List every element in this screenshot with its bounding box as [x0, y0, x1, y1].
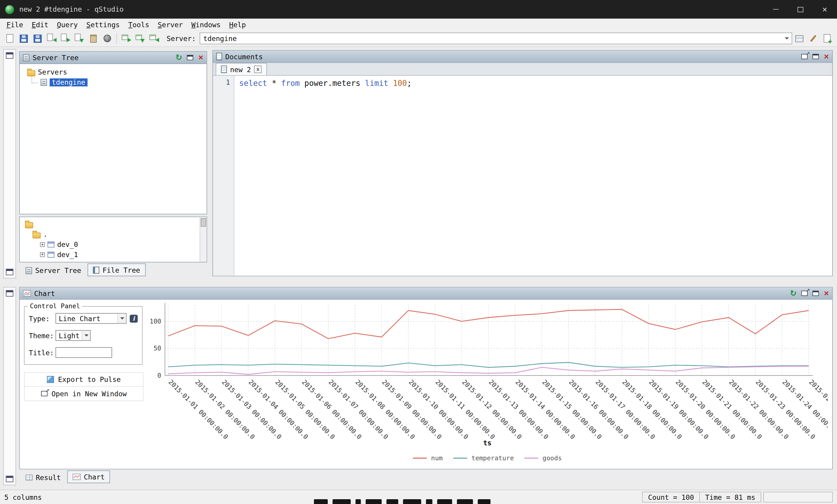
close-panel-icon[interactable]: ×: [824, 289, 829, 298]
chart-panel: Chart ↻ × Control Panel: [19, 287, 833, 469]
right-column: Documents × new 2 x: [212, 50, 833, 280]
previous-document-button[interactable]: [45, 32, 58, 45]
new-file-button[interactable]: [3, 32, 17, 45]
code-area[interactable]: select * from power.meters limit 100;: [234, 76, 832, 276]
left-column: Server Tree ↻ × Servers: [19, 51, 207, 280]
legend-label-temperature[interactable]: temperature: [471, 454, 514, 462]
maximize-button[interactable]: [788, 0, 813, 19]
chart-area: 0501002015-01-01 00:00:00.02015-01-02 00…: [145, 300, 832, 469]
edit-server-button[interactable]: [806, 32, 820, 45]
y-axis-label: 100: [150, 318, 161, 325]
menu-server[interactable]: Server: [154, 20, 187, 29]
tab-chart[interactable]: Chart: [67, 470, 110, 483]
run-line-button[interactable]: [133, 32, 147, 45]
table-arrow-down-icon: [135, 34, 145, 43]
chevron-down-icon: [84, 334, 88, 338]
refresh-query-button[interactable]: [147, 32, 161, 45]
close-button[interactable]: ×: [813, 0, 837, 19]
open-in-new-window-button[interactable]: Open in New Window: [24, 387, 143, 401]
tab-server-tree[interactable]: Server Tree: [20, 265, 87, 276]
open-document-button[interactable]: [72, 32, 86, 45]
save-as-button[interactable]: [31, 32, 44, 45]
export-to-pulse-button[interactable]: Export to Pulse: [24, 372, 143, 387]
open-in-new-window-icon[interactable]: [801, 291, 808, 296]
dot-folder-label: .: [43, 230, 47, 239]
tree-row-servers[interactable]: Servers: [22, 67, 204, 77]
menu-query[interactable]: Query: [53, 20, 82, 29]
chart-header: Chart ↻ ×: [20, 287, 832, 300]
menu-windows[interactable]: Windows: [187, 20, 225, 29]
new-file-icon: [6, 34, 13, 43]
show-console-button[interactable]: [793, 32, 806, 45]
save-button[interactable]: [17, 32, 31, 45]
info-icon[interactable]: i: [130, 314, 138, 322]
menu-settings[interactable]: Settings: [82, 20, 124, 29]
open-in-new-window-icon[interactable]: [801, 54, 808, 59]
file-tree-items: +dev_0+dev_1: [23, 239, 198, 260]
documents-header: Documents ×: [213, 51, 832, 63]
tdengine-server-label[interactable]: tdengine: [50, 78, 88, 87]
menu-tools[interactable]: Tools: [124, 20, 154, 29]
chart-title-input[interactable]: [55, 347, 112, 358]
vertical-scrollbar[interactable]: [199, 217, 207, 262]
chart-theme-select[interactable]: Light: [55, 330, 91, 341]
title-bar: new 2 #tdengine - qStudio ×: [0, 0, 837, 19]
qstudio-window: new 2 #tdengine - qStudio × FileEditQuer…: [0, 0, 837, 504]
sql-token: ;: [407, 79, 412, 88]
server-tree-tab-icon: [26, 267, 32, 274]
table-arrow-left-icon: [149, 34, 159, 43]
maximize-panel-icon[interactable]: [813, 291, 819, 296]
server-select-arrow[interactable]: [782, 33, 791, 44]
minimize-button[interactable]: [763, 0, 788, 19]
control-panel-title: Control Panel: [28, 302, 83, 310]
tree-row-tdengine[interactable]: tdengine: [22, 77, 204, 87]
chart-type-select[interactable]: Line Chart: [55, 313, 126, 324]
legend-label-goods[interactable]: goods: [542, 454, 562, 462]
menu-file[interactable]: File: [2, 20, 27, 29]
maximize-icon: [797, 6, 803, 12]
table-icon: [48, 242, 55, 247]
sql-token: *: [267, 79, 281, 88]
chart-panel-icon: [23, 290, 31, 296]
tab-result[interactable]: Result: [20, 471, 66, 483]
dock-handle-icon[interactable]: [6, 269, 14, 275]
file-tree-tab-icon: [93, 266, 99, 273]
export-to-pulse-label: Export to Pulse: [58, 376, 121, 384]
stop-query-button[interactable]: [100, 32, 114, 45]
tree-row-root-folder[interactable]: [23, 219, 198, 229]
sql-token: select: [239, 79, 267, 88]
horizontal-splitter[interactable]: [0, 280, 837, 285]
tab-file-tree[interactable]: File Tree: [88, 263, 145, 276]
dock-handle-icon[interactable]: [6, 52, 14, 59]
server-icon: [40, 79, 47, 86]
next-document-button[interactable]: [59, 32, 72, 45]
run-query-button[interactable]: [120, 32, 133, 45]
refresh-icon[interactable]: ↻: [790, 290, 797, 298]
add-document-icon: [823, 34, 831, 43]
refresh-icon[interactable]: ↻: [176, 54, 182, 62]
tab-new-2[interactable]: new 2 x: [216, 63, 267, 75]
save-icon: [20, 34, 28, 42]
maximize-panel-icon[interactable]: [187, 55, 193, 60]
dock-handle-icon[interactable]: [6, 290, 14, 296]
tree-row-dot[interactable]: .: [23, 229, 198, 239]
paste-button[interactable]: [87, 32, 100, 45]
close-tab-button[interactable]: x: [254, 66, 262, 73]
table-icon: [48, 252, 55, 258]
menu-edit[interactable]: Edit: [27, 20, 52, 29]
legend-label-num[interactable]: num: [431, 454, 443, 462]
page-arrow-left-icon: [47, 34, 57, 43]
expand-icon[interactable]: +: [40, 242, 45, 247]
close-panel-icon[interactable]: ×: [198, 53, 203, 62]
menu-help[interactable]: Help: [225, 20, 250, 29]
close-panel-icon[interactable]: ×: [824, 52, 829, 61]
expand-icon[interactable]: +: [40, 252, 45, 257]
tree-row-dev_0[interactable]: +dev_0: [23, 239, 198, 249]
server-select[interactable]: tdengine: [199, 33, 792, 44]
dock-handle-icon[interactable]: [6, 476, 14, 482]
tree-row-dev_1[interactable]: +dev_1: [23, 249, 198, 260]
maximize-panel-icon[interactable]: [813, 54, 819, 59]
scrollbar-thumb[interactable]: [201, 218, 206, 227]
tab-file-tree-label: File Tree: [103, 266, 140, 274]
add-server-button[interactable]: [820, 32, 834, 45]
